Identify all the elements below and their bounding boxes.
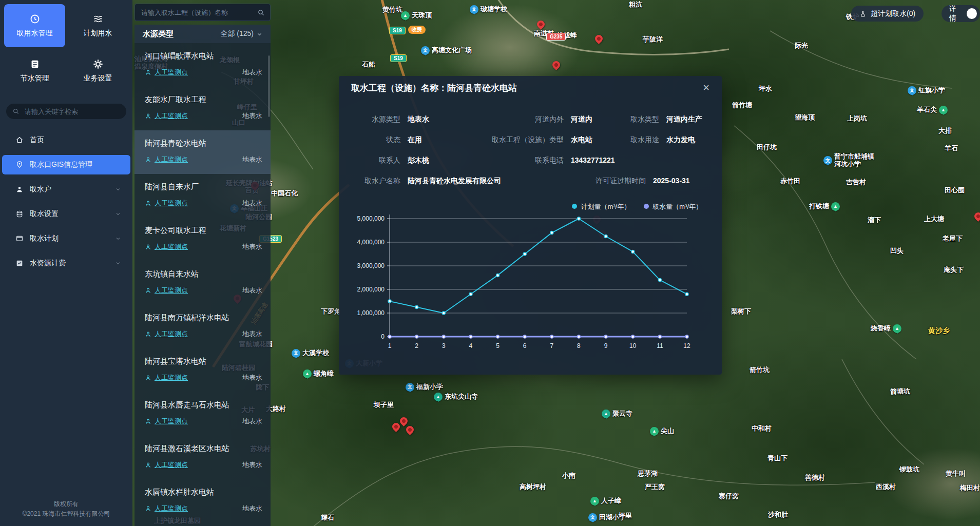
svg-text:1,000,000: 1,000,000 bbox=[357, 309, 385, 317]
list-item[interactable]: 陆河县青砼水电站人工监测点地表水 bbox=[134, 130, 271, 174]
chart-icon bbox=[15, 259, 24, 267]
sidebar-menu: 首页取水口GIS信息管理取水户取水设置取水计划水资源计费 bbox=[0, 130, 132, 273]
list-scrollbar[interactable] bbox=[268, 55, 270, 117]
red-marker-pin-icon[interactable] bbox=[405, 424, 415, 435]
map-label: 青山下 bbox=[767, 455, 787, 462]
red-marker-pin-icon[interactable] bbox=[551, 60, 562, 70]
school-pin-icon[interactable]: 文 bbox=[421, 46, 430, 55]
school-pin-icon[interactable]: 文 bbox=[588, 513, 597, 522]
school-pin-icon[interactable]: 文 bbox=[823, 156, 832, 165]
module-water-use[interactable]: 取用水管理 bbox=[4, 4, 65, 47]
map-label-text: 红旗小学 bbox=[918, 87, 945, 94]
water-source-label: 地表水 bbox=[242, 242, 262, 251]
monitor-type-link[interactable]: 人工监测点 bbox=[145, 286, 188, 295]
legend-entry[interactable]: 计划量（m³/年） bbox=[572, 202, 630, 211]
school-pin-icon[interactable]: 文 bbox=[292, 349, 300, 358]
legend-entry[interactable]: 取水量（m³/年） bbox=[644, 202, 702, 211]
list-item[interactable]: 东坑镇自来水站人工监测点地表水 bbox=[134, 261, 271, 305]
red-marker-pin-icon[interactable] bbox=[535, 19, 546, 30]
list-item[interactable]: 陆河县南万镇杞洋水电站人工监测点地表水 bbox=[134, 305, 271, 348]
source-type-filter[interactable]: 全部 (125) bbox=[220, 29, 262, 38]
peak-pin-icon[interactable]: ▲ bbox=[831, 202, 840, 211]
modal-header: 取水工程（设施）名称：陆河县青砼水电站 × bbox=[339, 76, 722, 100]
red-marker-pin-icon[interactable] bbox=[398, 416, 409, 426]
list-item[interactable]: 陆河县宝塔水电站人工监测点地表水 bbox=[134, 348, 271, 392]
peak-pin-icon[interactable]: ▲ bbox=[303, 369, 312, 378]
red-marker-pin-icon[interactable] bbox=[973, 211, 980, 222]
monitor-type-link[interactable]: 人工监测点 bbox=[145, 504, 188, 513]
map-label-text: 赤竹田 bbox=[780, 178, 800, 185]
module-biz-settings[interactable]: 业务设置 bbox=[67, 49, 128, 92]
monitor-type-link[interactable]: 人工监测点 bbox=[145, 155, 188, 164]
school-pin-icon[interactable]: 文 bbox=[406, 383, 414, 392]
map-label-text: 坪里 bbox=[619, 512, 632, 520]
monitor-type-link[interactable]: 人工监测点 bbox=[145, 242, 188, 251]
road-shield: S19 bbox=[390, 54, 407, 62]
map-label-text: 严王窝 bbox=[645, 483, 665, 491]
over-plan-button[interactable]: 超计划取水(0) bbox=[851, 6, 924, 22]
module-plan-water[interactable]: 计划用水 bbox=[67, 4, 128, 47]
sidebar-item-gis[interactable]: 取水口GIS信息管理 bbox=[2, 155, 130, 174]
water-source-label: 地表水 bbox=[242, 155, 262, 164]
field-label: 取水类型 bbox=[618, 115, 659, 124]
map-label-text: 坝子里 bbox=[374, 401, 394, 409]
map-label-text: 羊石 bbox=[945, 145, 958, 152]
field-value: 水电站 bbox=[571, 135, 592, 145]
monitor-type-link[interactable]: 人工监测点 bbox=[145, 373, 188, 382]
monitor-type-link[interactable]: 人工监测点 bbox=[145, 460, 188, 470]
monitor-type-label: 人工监测点 bbox=[155, 199, 188, 208]
list-item[interactable]: 友能水厂取水工程人工监测点地表水 bbox=[134, 87, 271, 130]
peak-pin-icon[interactable]: ▲ bbox=[401, 11, 410, 20]
sidebar-item-billing[interactable]: 水资源计费 bbox=[2, 254, 130, 273]
station-title: 陆河县激石溪老区水电站 bbox=[145, 444, 262, 454]
close-icon[interactable]: × bbox=[703, 82, 709, 93]
list-item[interactable]: 陆河县激石溪老区水电站人工监测点地表水 bbox=[134, 436, 271, 479]
svg-text:5: 5 bbox=[496, 342, 499, 349]
monitor-type-link[interactable]: 人工监测点 bbox=[145, 111, 188, 121]
list-item[interactable]: 河口镇唱歌潭水电站人工监测点地表水 bbox=[134, 43, 271, 87]
map-label-text: 烧香嶂 bbox=[871, 325, 891, 333]
list-item[interactable]: 陆河县水唇走马石水电站人工监测点地表水 bbox=[134, 392, 271, 436]
temple-pin-icon[interactable]: ▲ bbox=[602, 410, 610, 418]
station-search-input[interactable] bbox=[140, 8, 253, 17]
map-label-text: 天珠顶 bbox=[412, 12, 432, 20]
map-label: 耀石 bbox=[321, 514, 334, 522]
school-pin-icon[interactable]: 文 bbox=[470, 5, 478, 14]
map-label-text: 高塘文化广场 bbox=[432, 47, 472, 54]
module-save-water[interactable]: 节水管理 bbox=[4, 49, 65, 92]
svg-text:7: 7 bbox=[550, 342, 553, 349]
list-item[interactable]: 陆河县自来水厂人工监测点地表水 bbox=[134, 174, 271, 218]
copyright: 版权所有 ©2021 珠海市仁智科技有限公司 bbox=[0, 499, 132, 519]
map-label-text: 黄竹坑 bbox=[382, 6, 402, 14]
peak-pin-icon[interactable]: ▲ bbox=[590, 497, 599, 505]
monitor-type-link[interactable]: 人工监测点 bbox=[145, 417, 188, 426]
peak-pin-icon[interactable]: ▲ bbox=[893, 324, 901, 333]
field-label: 许可证过期时间 bbox=[569, 177, 646, 186]
sidebar-item-water-users[interactable]: 取水户 bbox=[2, 180, 130, 199]
school-pin-icon[interactable]: 文 bbox=[908, 86, 916, 95]
sidebar-item-label: 水资源计费 bbox=[30, 259, 109, 268]
monitor-type-link[interactable]: 人工监测点 bbox=[145, 329, 188, 339]
keyword-search[interactable] bbox=[6, 104, 126, 119]
detail-toggle[interactable] bbox=[967, 8, 977, 19]
monitor-type-link[interactable]: 人工监测点 bbox=[145, 199, 188, 208]
peak-pin-icon[interactable]: ▲ bbox=[650, 427, 659, 436]
monitor-type-link[interactable]: 人工监测点 bbox=[145, 68, 188, 77]
detail-toggle-pill[interactable]: 详情 bbox=[941, 5, 980, 22]
search-icon[interactable] bbox=[257, 9, 265, 16]
sidebar-item-home[interactable]: 首页 bbox=[2, 130, 130, 150]
keyword-search-input[interactable] bbox=[24, 107, 118, 116]
peak-pin-icon[interactable]: ▲ bbox=[939, 106, 948, 114]
list-item[interactable]: 水唇镇水栏肚水电站人工监测点地表水 bbox=[134, 479, 271, 523]
list-item[interactable]: 麦卡公司取水工程人工监测点地表水 bbox=[134, 218, 271, 261]
sidebar-item-intake-settings[interactable]: 取水设置 bbox=[2, 204, 130, 224]
map-label: 下罗角 bbox=[321, 308, 341, 316]
map-label-text: 锣鼓坑 bbox=[899, 466, 919, 474]
monitor-type-label: 人工监测点 bbox=[155, 242, 188, 251]
station-search[interactable] bbox=[134, 4, 271, 21]
sidebar-item-intake-plan[interactable]: 取水计划 bbox=[2, 229, 130, 248]
detail-row: 取水户名称陆河县青砼水电发展有限公司许可证过期时间2025-03-31 bbox=[353, 177, 707, 187]
red-marker-pin-icon[interactable] bbox=[593, 33, 604, 44]
temple-pin-icon[interactable]: ▲ bbox=[434, 393, 443, 401]
field-value: 河道内 bbox=[571, 115, 592, 124]
